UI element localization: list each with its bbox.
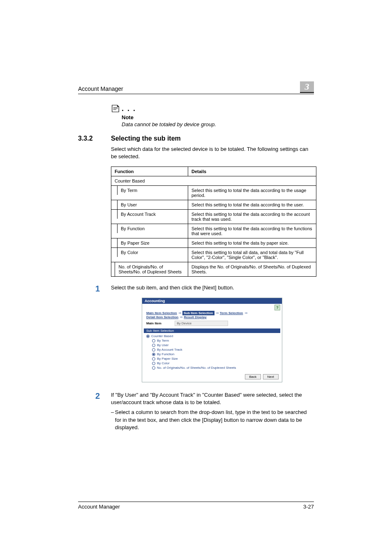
radio-icon (152, 357, 155, 361)
note-text: Data cannot be totaled by device group. (122, 121, 314, 127)
table-row: By Account Track (121, 212, 156, 217)
radio-icon (152, 366, 155, 370)
radio-icon (152, 339, 155, 342)
footer-right: 3-27 (303, 504, 314, 510)
step-1: 1 Select the sub item, and then click th… (78, 284, 314, 294)
back-button[interactable]: Back (245, 374, 261, 379)
ss-section-header: Sub Item Selection (144, 328, 280, 333)
radio-by-color[interactable]: By Color (146, 361, 278, 365)
table-row: By Paper Size (121, 240, 150, 245)
radio-by-function[interactable]: By Function (146, 352, 278, 356)
section-number: 3.3.2 (78, 135, 111, 142)
running-title: Account Manager (78, 86, 123, 92)
table-row: Select this setting to total the data ac… (188, 224, 316, 238)
note-label: Note (122, 114, 314, 120)
breadcrumb-term[interactable]: Term Selection (220, 311, 243, 315)
step-text: If "By User" and "By Account Track" in "… (111, 391, 314, 406)
dash-icon: – (111, 409, 115, 431)
chapter-number-badge: 3 (300, 81, 314, 93)
step-subtext: Select a column to search from the drop-… (115, 409, 314, 431)
table-row: No. of Originals/No. of Sheets/No. of Du… (118, 264, 184, 274)
table-row: By Term (121, 188, 137, 193)
table-row: Select this setting to total the data ac… (188, 186, 316, 200)
radio-icon (152, 348, 155, 352)
radio-icon (152, 344, 155, 347)
radio-by-paper-size[interactable]: By Paper Size (146, 356, 278, 361)
next-button[interactable]: Next (263, 374, 279, 379)
function-table: Function Details Counter Based By Term S… (111, 166, 316, 277)
radio-icon (152, 353, 155, 356)
table-group: Counter Based (111, 176, 316, 186)
section-title: Selecting the sub item (111, 135, 181, 142)
table-row: Select this setting to total the data ac… (188, 210, 316, 224)
breadcrumb-sub-item[interactable]: Sub Item Selection (182, 311, 214, 315)
step-number: 1 (78, 284, 111, 294)
table-row: By Color (121, 250, 138, 255)
radio-counter-based[interactable]: Counter Based (146, 334, 278, 338)
ss-main-item-value: By Device (175, 321, 228, 326)
embedded-screenshot: Accounting ? Main Item Selection⇨ Sub It… (142, 298, 282, 382)
help-icon[interactable]: ? (274, 305, 280, 310)
footer-left: Account Manager (78, 504, 120, 510)
breadcrumb-main-item[interactable]: Main Item Selection (146, 311, 177, 315)
step-2: 2 If "By User" and "By Account Track" in… (78, 391, 314, 431)
table-row: By User (121, 202, 137, 207)
table-row: Select this setting to total all data, a… (188, 248, 316, 262)
table-row: Select this setting to total the data by… (188, 238, 316, 248)
breadcrumb-detail[interactable]: Detail Item Selection (146, 315, 178, 319)
radio-icon (146, 335, 150, 338)
radio-by-user[interactable]: By User (146, 343, 278, 347)
ss-main-item-label: Main Item (146, 321, 161, 325)
breadcrumb-result[interactable]: Result Display (184, 315, 206, 319)
note-block: . . . Note Data cannot be totaled by dev… (111, 103, 314, 127)
table-row: Select this setting to total the data ac… (188, 200, 316, 210)
ss-title: Accounting (142, 298, 282, 304)
table-head-function: Function (111, 167, 188, 176)
table-row: Displays the No. of Originals/No. of She… (188, 262, 316, 277)
radio-sheets[interactable]: No. of Originals/No. of Sheets/No. of Du… (146, 365, 278, 370)
step-text: Select the sub item, and then click the … (111, 284, 314, 294)
radio-icon (152, 362, 155, 365)
section-intro: Select which data for the selected devic… (111, 146, 314, 160)
step-number: 2 (78, 391, 111, 431)
table-row: By Function (121, 226, 145, 231)
ss-breadcrumb: Main Item Selection⇨ Sub Item Selection⇨… (142, 310, 282, 319)
radio-by-term[interactable]: By Term (146, 338, 278, 343)
note-icon: . . . (111, 103, 314, 113)
radio-by-account-track[interactable]: By Account Track (146, 347, 278, 352)
table-head-details: Details (188, 167, 316, 176)
